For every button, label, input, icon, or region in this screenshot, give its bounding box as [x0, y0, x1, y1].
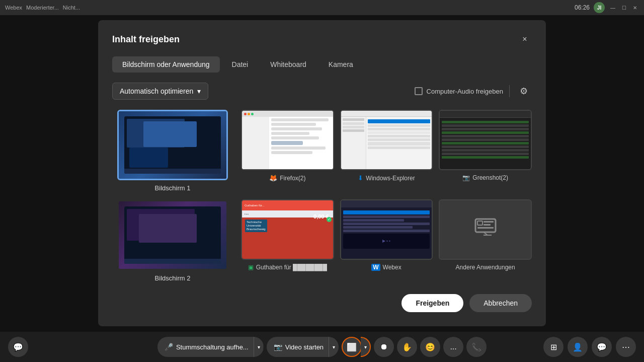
chat-side-button[interactable]: 💬: [8, 337, 28, 357]
app-tab2[interactable]: Moderierter...: [26, 5, 59, 11]
app-andere[interactable]: Andere Anwendungen: [439, 199, 532, 282]
webex-icon: W: [371, 264, 380, 271]
gs-row7: [442, 142, 529, 144]
share-screen-icon: ⬜: [347, 342, 357, 352]
dialog-close-button[interactable]: ×: [518, 32, 532, 46]
audio-checkbox-row[interactable]: Computer-Audio freigeben: [415, 87, 503, 95]
screen-item-2[interactable]: Bildschirm 2: [112, 200, 233, 282]
screen2-preview[interactable]: [117, 200, 228, 270]
raise-hand-button[interactable]: ✋: [397, 337, 417, 357]
layout-icon: ⊞: [550, 342, 557, 352]
share-caret[interactable]: ▾: [361, 337, 371, 357]
mute-button[interactable]: 🎤 Stummschaltung aufhe...: [157, 337, 254, 357]
maximize-button[interactable]: ☐: [620, 4, 628, 12]
more-button[interactable]: ...: [443, 337, 463, 357]
dialog-header: Inhalt freigeben ×: [112, 32, 532, 46]
andere-preview[interactable]: [439, 199, 532, 260]
video-button[interactable]: 📷 Video starten: [267, 337, 329, 357]
controls-divider: [509, 85, 510, 97]
gu-header-text: Guthaben für...: [245, 204, 265, 207]
gs-row4: [442, 131, 529, 134]
mute-caret[interactable]: ▾: [254, 337, 264, 357]
we-main: [366, 117, 432, 169]
bottom-toolbar: 💬 🎤 Stummschaltung aufhe... ▾ 📷 Video st…: [0, 332, 644, 362]
screen2-label: Bildschirm 2: [155, 274, 191, 282]
andere-label-row: Andere Anwendungen: [456, 264, 515, 271]
guthaben-preview[interactable]: Guthaben für... • ▪ ▪ TechnischeUniversi…: [241, 199, 334, 260]
andere-icon: [473, 217, 498, 242]
greenshot-label-row: 📷 Greenshot(2): [462, 174, 508, 181]
window-controls: — ☐ ✕: [609, 4, 639, 12]
submit-button[interactable]: Freigeben: [401, 294, 463, 312]
firefox-label-row: 🦊 Firefox(2): [269, 174, 305, 182]
minimize-button[interactable]: —: [609, 4, 617, 12]
screen-item-1[interactable]: Bildschirm 1: [112, 110, 233, 192]
record-button[interactable]: ⏺: [374, 337, 394, 357]
optimize-dropdown[interactable]: Automatisch optimieren ▾: [112, 83, 208, 100]
guthaben-icon: ▣: [248, 264, 254, 271]
app-guthaben[interactable]: Guthaben für... • ▪ ▪ TechnischeUniversi…: [241, 199, 334, 282]
app-tab3[interactable]: Nicht...: [63, 5, 80, 11]
settings-button[interactable]: ⚙: [516, 83, 532, 99]
top-bar-right: 06:26 JI — ☐ ✕: [575, 2, 639, 13]
firefox-label: Firefox(2): [280, 175, 305, 182]
toolbar-center: 🎤 Stummschaltung aufhe... ▾ 📷 Video star…: [157, 337, 487, 357]
gs-row1: [442, 121, 529, 123]
tab-screen[interactable]: Bildschirm oder Anwendung: [112, 56, 220, 73]
app-tab[interactable]: Webex: [5, 5, 22, 11]
screen1-preview[interactable]: [117, 110, 228, 180]
share-screen-button[interactable]: ⬜: [342, 337, 362, 357]
screen2-content: [119, 201, 226, 269]
gear-icon: ⚙: [520, 86, 528, 97]
app-webex[interactable]: ▶ ▪ ▪ W Webex: [340, 199, 433, 282]
apps-button[interactable]: ⋯: [616, 337, 636, 357]
we-toolbar: [341, 111, 432, 117]
app-firefox[interactable]: 🦊 Firefox(2): [241, 110, 334, 193]
layout-button[interactable]: ⊞: [543, 337, 564, 357]
andere-content: [440, 200, 531, 259]
clock: 06:26: [575, 4, 590, 11]
video-caret[interactable]: ▾: [329, 337, 339, 357]
share-dialog: Inhalt freigeben × Bildschirm oder Anwen…: [98, 20, 546, 326]
firefox-icon: 🦊: [269, 174, 277, 182]
optimize-label: Automatisch optimieren: [120, 87, 193, 95]
tab-file[interactable]: Datei: [222, 56, 259, 73]
screen1-label: Bildschirm 1: [155, 184, 191, 192]
guthaben-badge: ✓: [327, 217, 332, 222]
end-call-icon: 📞: [471, 342, 481, 352]
firefox-preview[interactable]: [241, 110, 334, 170]
tab-camera[interactable]: Kamera: [318, 56, 363, 73]
gs-row11: [442, 156, 529, 159]
close-window-button[interactable]: ✕: [631, 4, 639, 12]
wx-meeting-area: ▶ ▪ ▪: [343, 234, 430, 249]
record-icon: ⏺: [380, 342, 388, 351]
end-call-button[interactable]: 📞: [466, 337, 487, 357]
gu-header: Guthaben für...: [242, 200, 333, 210]
webex-label: Webex: [383, 264, 401, 271]
gs-row6: [442, 138, 529, 141]
tab-whiteboard[interactable]: Whiteboard: [260, 56, 316, 73]
mute-icon: 🎤: [165, 343, 173, 351]
we-body: [341, 117, 432, 169]
greenshot-icon: 📷: [462, 174, 470, 181]
wx-row6: [343, 230, 430, 232]
app-greenshot[interactable]: 📷 Greenshot(2): [439, 110, 532, 193]
app-explorer[interactable]: ⬇ Windows-Explorer: [340, 110, 433, 193]
wx-body: ▶ ▪ ▪: [341, 207, 432, 252]
chat-button[interactable]: 💬: [592, 337, 612, 357]
greenshot-preview[interactable]: [439, 110, 532, 170]
ff-toolbar: [242, 111, 333, 117]
firefox-content: [242, 111, 333, 169]
audio-checkbox[interactable]: [415, 87, 423, 95]
reactions-button[interactable]: 😊: [420, 337, 440, 357]
greenshot-label: Greenshot(2): [472, 174, 508, 181]
andere-label: Andere Anwendungen: [456, 264, 515, 271]
apps-icon: ⋯: [622, 342, 630, 352]
cancel-button[interactable]: Abbrechen: [469, 294, 532, 312]
user-badge: JI: [594, 2, 605, 13]
toolbar-right: ⊞ 👤 💬 ⋯: [543, 337, 636, 357]
explorer-preview[interactable]: [340, 110, 433, 170]
webex-preview[interactable]: ▶ ▪ ▪: [340, 199, 433, 260]
wx-row2: [343, 215, 430, 218]
participants-button[interactable]: 👤: [568, 337, 588, 357]
